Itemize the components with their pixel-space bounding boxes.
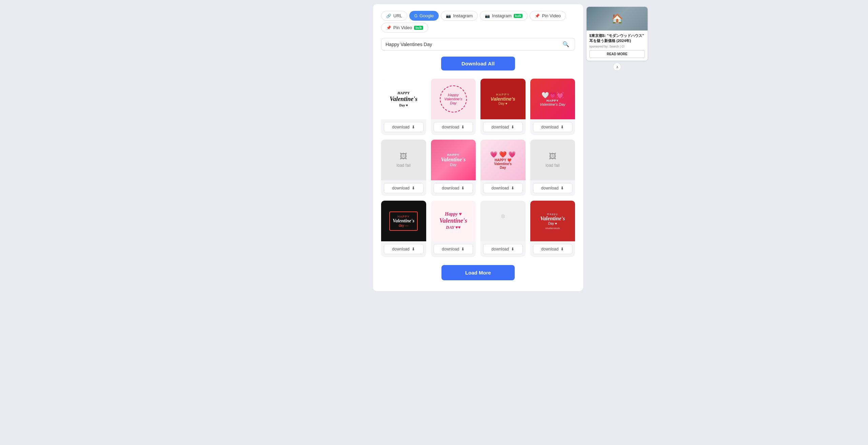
bulk-badge-instagram: bulk — [514, 14, 523, 18]
download-button-11[interactable]: download ⬇ — [483, 244, 523, 254]
download-icon-12: ⬇ — [560, 247, 564, 251]
image-card-3: HAPPY Valentine's Day ♥ download ⬇ — [480, 79, 526, 135]
image-card-11: download ⬇ — [480, 201, 526, 257]
image-placeholder-5: 🖼 load fail — [381, 140, 426, 180]
image-preview-2: HappyValentine'sDay — [431, 79, 476, 119]
image-card-6: HAPPY Valentine's Day download ⬇ — [431, 140, 476, 196]
download-icon-8: ⬇ — [560, 186, 564, 190]
download-button-6[interactable]: download ⬇ — [434, 183, 473, 193]
download-button-5[interactable]: download ⬇ — [384, 183, 423, 193]
image-card-12: Happy Valentine's Day ♥ shutterstock dow… — [530, 201, 575, 257]
load-fail-icon-8: 🖼 — [549, 152, 556, 161]
download-button-2[interactable]: download ⬇ — [434, 122, 473, 132]
tab-instagram-bulk[interactable]: 📷 Instagram bulk — [480, 11, 528, 21]
download-icon-1: ⬇ — [412, 125, 415, 129]
tab-pin-video-bulk[interactable]: 📌 Pin Video bulk — [381, 23, 428, 33]
ad-card: 🏠 $東京都$: "モダンウッドハウス" 耳を疑う新価格 (2024年) spo… — [587, 7, 648, 61]
image-preview-12: Happy Valentine's Day ♥ shutterstock — [530, 201, 575, 241]
ad-title: $東京都$: "モダンウッドハウス" 耳を疑う新価格 (2024年) — [589, 33, 645, 43]
download-icon-6: ⬇ — [461, 186, 465, 190]
right-sidebar: 🏠 $東京都$: "モダンウッドハウス" 耳を疑う新価格 (2024年) spo… — [583, 4, 651, 445]
google-icon: G — [414, 14, 417, 18]
download-icon-7: ⬇ — [511, 186, 514, 190]
image-card-10: Happy ♥ Valentine's DAY ♥♥ download ⬇ — [431, 201, 476, 257]
image-card-8: 🖼 load fail download ⬇ — [530, 140, 575, 196]
download-icon-9: ⬇ — [412, 247, 415, 251]
image-card-1: HAPPY Valentine's Day ♥ download ⬇ — [381, 79, 426, 135]
search-bar: 🔍 — [381, 38, 575, 50]
search-button[interactable]: 🔍 — [561, 41, 571, 47]
download-button-10[interactable]: download ⬇ — [434, 244, 473, 254]
image-card-5: 🖼 load fail download ⬇ — [381, 140, 426, 196]
image-preview-10: Happy ♥ Valentine's DAY ♥♥ — [431, 201, 476, 241]
url-icon: 🔗 — [386, 14, 391, 18]
tab-google[interactable]: G Google — [409, 11, 439, 21]
search-input[interactable] — [386, 42, 561, 47]
bulk-badge-pin: bulk — [414, 26, 423, 30]
download-icon-10: ⬇ — [461, 247, 465, 251]
image-preview-3: HAPPY Valentine's Day ♥ — [480, 79, 526, 119]
instagram-icon: 📷 — [446, 14, 451, 18]
instagram-bulk-icon: 📷 — [485, 14, 490, 18]
image-grid: HAPPY Valentine's Day ♥ download ⬇ H — [381, 79, 575, 257]
download-button-12[interactable]: download ⬇ — [533, 244, 573, 254]
image-preview-9: HAPPY Valentine's day — — [381, 201, 426, 241]
tab-url[interactable]: 🔗 URL — [381, 11, 407, 21]
ad-read-more-button[interactable]: READ MORE — [589, 50, 645, 58]
download-button-9[interactable]: download ⬇ — [384, 244, 423, 254]
ad-collapse-button[interactable]: ∧ — [613, 63, 621, 71]
image-preview-11 — [480, 201, 526, 241]
load-fail-icon-5: 🖼 — [400, 152, 407, 161]
download-button-7[interactable]: download ⬇ — [483, 183, 523, 193]
load-more-button[interactable]: Load More — [441, 265, 515, 280]
pin-bulk-icon: 📌 — [386, 25, 391, 30]
image-card-7: 💗 ❤️ 💗 HAPPY ❤️Valentine'sDay download ⬇ — [480, 140, 526, 196]
image-card-9: HAPPY Valentine's day — download ⬇ — [381, 201, 426, 257]
download-icon-5: ⬇ — [412, 186, 415, 190]
image-card-2: HappyValentine'sDay download ⬇ — [431, 79, 476, 135]
ad-sponsored: sponsored by: Search | Cl — [589, 45, 645, 48]
download-icon-4: ⬇ — [560, 125, 564, 129]
download-all-button[interactable]: Download All — [441, 57, 515, 70]
tab-bar: 🔗 URL G Google 📷 Instagram 📷 Instagram b… — [381, 11, 575, 33]
download-button-1[interactable]: download ⬇ — [384, 122, 423, 132]
download-icon-2: ⬇ — [461, 125, 465, 129]
image-placeholder-8: 🖼 load fail — [530, 140, 575, 180]
download-button-8[interactable]: download ⬇ — [533, 183, 573, 193]
image-preview-1: HAPPY Valentine's Day ♥ — [381, 79, 426, 119]
tab-pin-video[interactable]: 📌 Pin Video — [530, 11, 566, 21]
download-icon-11: ⬇ — [511, 247, 514, 251]
download-button-3[interactable]: download ⬇ — [483, 122, 523, 132]
download-icon-3: ⬇ — [511, 125, 514, 129]
tab-instagram[interactable]: 📷 Instagram — [441, 11, 478, 21]
download-button-4[interactable]: download ⬇ — [533, 122, 573, 132]
ad-image: 🏠 — [587, 7, 648, 31]
image-card-4: 🤍💗💓 HAPPY Valentine's Day download ⬇ — [530, 79, 575, 135]
pin-icon: 📌 — [535, 14, 540, 18]
image-preview-7: 💗 ❤️ 💗 HAPPY ❤️Valentine'sDay — [480, 140, 526, 180]
image-preview-4: 🤍💗💓 HAPPY Valentine's Day — [530, 79, 575, 119]
image-preview-6: HAPPY Valentine's Day — [431, 140, 476, 180]
